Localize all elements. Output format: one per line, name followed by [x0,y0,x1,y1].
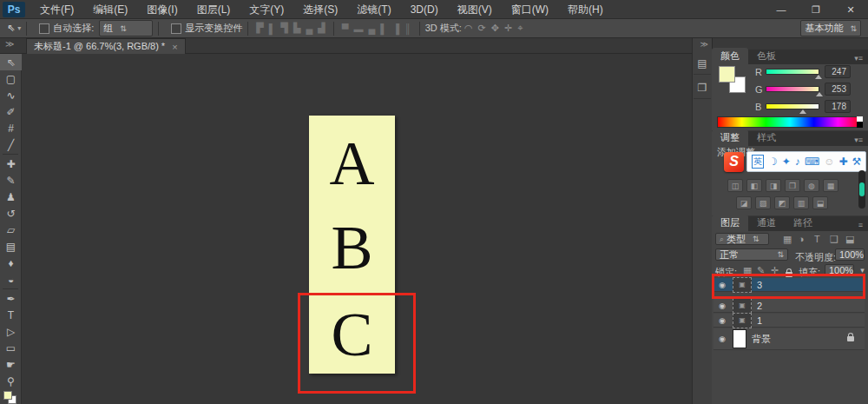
color-panel-menu-icon[interactable]: ▾≡ [849,52,868,64]
adj-curves-icon[interactable]: ◧ [746,179,762,192]
tool-eraser[interactable]: ▱ [0,222,22,238]
distribute-hcenter-icon[interactable]: ▐ [390,23,402,34]
foreground-color-swatch[interactable] [3,391,12,400]
visibility-eye-icon[interactable]: ◉ [717,316,727,325]
panel-scrollbar[interactable] [858,170,865,209]
menu-layer[interactable]: 图层(L) [187,0,240,19]
adj-invert-icon[interactable]: ▥ [793,196,809,209]
align-top-icon[interactable]: ▙ [291,23,303,34]
adj-vibrance-icon[interactable]: ❐ [785,179,800,192]
tab-layers[interactable]: 图层 [712,215,748,231]
align-bottom-icon[interactable]: ▟ [315,23,327,34]
channel-g-slider[interactable] [766,86,819,92]
channel-b-thumb[interactable] [799,109,806,114]
adj-exposure-icon[interactable]: ◨ [766,179,781,192]
adj-photofilter-icon[interactable]: ▨ [755,196,771,209]
3d-rotate-icon[interactable]: ◠ [462,23,476,34]
toolbar-collapse-icon[interactable]: ≫ [5,39,14,49]
minimize-button[interactable]: — [764,1,799,18]
tool-rectangle-shape[interactable]: ▭ [0,340,22,356]
color-spectrum-ramp[interactable] [717,116,863,128]
tool-brush[interactable]: ✎ [0,172,22,189]
tool-dodge[interactable]: ◒ [0,271,22,288]
filter-smartobject-icon[interactable]: ⬓ [845,234,854,245]
3d-drag-icon[interactable]: ✥ [489,23,502,34]
channel-b-slider[interactable] [766,103,819,109]
sogou-logo-icon[interactable]: S [724,152,744,172]
tab-color[interactable]: 颜色 [712,48,748,64]
background-layer-name[interactable]: 背景 [752,333,771,346]
layer-row-2[interactable]: ◉ ▣ 2 [713,299,865,313]
workspace-switcher[interactable]: 基本功能 ⇅ [800,20,861,36]
menu-edit[interactable]: 编辑(E) [83,0,137,19]
tool-clone-stamp[interactable]: ♟ [0,189,22,205]
layer-1-thumbnail[interactable]: ▣ [733,313,752,328]
tool-history-brush[interactable]: ↺ [0,205,22,222]
menu-select[interactable]: 选择(S) [293,0,347,19]
spectrum-black-swatch[interactable] [857,122,863,128]
layer-filter-dropdown[interactable]: ⌕ 类型 ⇅ [715,233,769,245]
distribute-left-icon[interactable]: ▌ [378,23,390,34]
auto-select-checkbox[interactable] [39,23,49,34]
menu-filter[interactable]: 滤镜(T) [347,0,400,19]
3d-slide-icon[interactable]: ✛ [502,23,515,34]
menu-image[interactable]: 图像(I) [137,0,187,19]
scrollbar-thumb[interactable] [859,182,865,196]
ime-wrench-icon[interactable]: ⚒ [852,156,861,168]
tool-crop[interactable]: # [0,120,22,136]
menu-window[interactable]: 窗口(W) [502,0,558,19]
ime-person-icon[interactable]: ☺ [824,156,834,168]
tool-hand[interactable]: ☛ [0,356,22,373]
tool-type[interactable]: T [0,307,22,323]
channel-g-value[interactable]: 253 [825,83,851,96]
filter-adjustment-icon[interactable]: ◑ [799,234,805,244]
tool-path-selection[interactable]: ▷ [0,323,22,340]
tool-quick-selection[interactable]: ✐ [0,103,22,120]
tool-rectangular-marquee[interactable]: ▢ [0,70,22,87]
panel-foreground-swatch[interactable] [719,66,735,83]
adj-levels-icon[interactable]: ◫ [727,179,743,192]
panel-collapse-icon[interactable]: ≫ [693,38,712,50]
3d-roll-icon[interactable]: ⟳ [476,23,489,34]
ime-quote-icon[interactable]: ✦ [782,156,791,168]
filter-shape-icon[interactable]: ❑ [830,234,838,245]
color-swatches[interactable] [0,389,22,403]
collapsed-panel-history[interactable]: ❐ [694,77,711,99]
channel-r-slider[interactable] [766,69,819,75]
tab-styles[interactable]: 样式 [748,129,785,146]
align-hcenter-icon[interactable]: ▌ [266,23,279,34]
distribute-bottom-icon[interactable]: ▄ [366,23,378,34]
tab-paths[interactable]: 路径 [785,215,821,231]
tool-pen[interactable]: ✒ [0,290,22,307]
auto-select-dropdown[interactable]: 组 ⇅ [99,20,153,36]
tool-gradient[interactable]: ▤ [0,238,22,255]
align-left-icon[interactable]: ▛ [253,23,266,34]
3d-scale-icon[interactable]: ⌖ [515,23,525,34]
collapsed-panel-properties[interactable]: ▤ [694,53,711,75]
menu-help[interactable]: 帮助(H) [558,0,613,19]
channel-r-value[interactable]: 247 [825,65,851,78]
distribute-right-icon[interactable]: ║ [402,23,414,34]
filter-pixel-icon[interactable]: ▦ [783,234,792,245]
menu-3d[interactable]: 3D(D) [401,0,448,19]
adjust-panel-menu-icon[interactable]: ▾≡ [849,134,868,146]
ime-keyboard-icon[interactable]: ⌨ [805,156,819,168]
ime-microphone-icon[interactable]: ♪ [795,156,800,168]
menu-file[interactable]: 文件(F) [30,0,83,19]
document-tab[interactable]: 未标题-1 @ 66.7%(3, RGB/8) * × [26,38,186,54]
tool-zoom[interactable]: ⚲ [0,373,22,389]
layers-panel-menu-icon[interactable]: ≡ [853,219,868,231]
blend-mode-dropdown[interactable]: 正常 ⇅ [715,248,788,261]
layer-2-thumbnail[interactable]: ▣ [733,298,752,314]
channel-b-value[interactable]: 178 [825,100,851,113]
menu-type[interactable]: 文字(Y) [240,0,293,19]
tab-swatches[interactable]: 色板 [748,48,785,64]
ime-skin-icon[interactable]: ✚ [838,156,847,168]
adj-hue-icon[interactable]: ◍ [804,179,819,192]
tab-adjustments[interactable]: 调整 [712,129,748,146]
restore-button[interactable]: ❐ [799,1,833,18]
adj-channelmixer-icon[interactable]: ◩ [774,196,790,209]
visibility-eye-icon[interactable]: ◉ [717,334,727,343]
tool-move[interactable]: ⇖ [0,54,22,70]
tab-close-icon[interactable]: × [172,42,177,52]
